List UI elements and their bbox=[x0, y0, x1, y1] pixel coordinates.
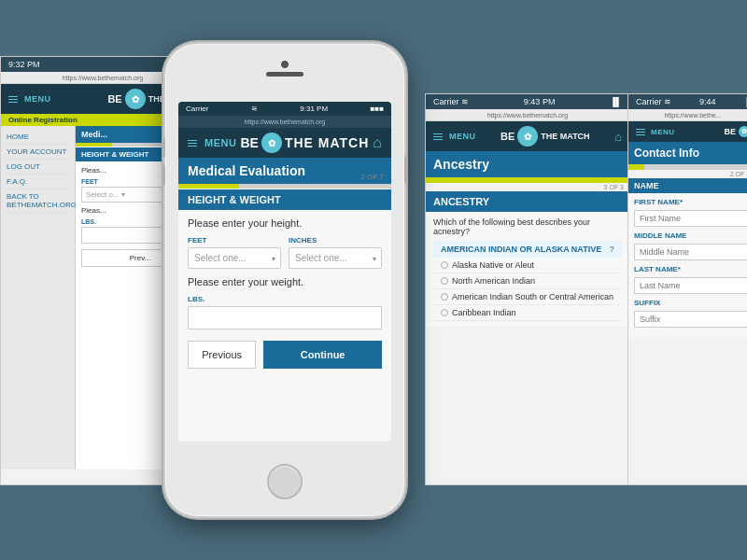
contact-form-area: FIRST NAME* MIDDLE NAME LAST NAME* SUFFI… bbox=[628, 193, 747, 337]
left-brand-logo: ✿ bbox=[125, 89, 146, 109]
phone-side-button bbox=[404, 156, 407, 184]
contact-suffix-input[interactable] bbox=[634, 311, 747, 328]
phone-continue-button[interactable]: Continue bbox=[263, 341, 382, 369]
ancestry-brand: BE ✿ THE MATCH bbox=[500, 126, 590, 147]
phone-lbs-group: LBS. bbox=[188, 295, 382, 329]
phone-inches-label: INCHES bbox=[289, 236, 382, 245]
ancestry-carrier: Carrier ≋ bbox=[433, 97, 469, 106]
phone-nav-bar: MENU BE ✿ THE MATCH ⌂ bbox=[178, 128, 391, 158]
phone-question-weight: Please enter your weight. bbox=[188, 276, 382, 287]
contact-brand: BE ✿ bbox=[724, 126, 747, 137]
phone-hamburger-icon[interactable] bbox=[188, 140, 197, 147]
ancestry-option-4[interactable]: Caribbean Indian bbox=[433, 305, 622, 321]
ancestry-radio-1[interactable] bbox=[441, 261, 448, 269]
ancestry-radio-2[interactable] bbox=[441, 277, 448, 285]
left-status-time: 9:32 PM bbox=[8, 60, 40, 69]
contact-battery: ▐ bbox=[744, 97, 747, 106]
contact-suffix-label: SUFFIX bbox=[634, 299, 747, 307]
phone-vol-down-button[interactable] bbox=[162, 165, 165, 186]
contact-first-input[interactable] bbox=[634, 210, 747, 227]
phone-menu-label[interactable]: MENU bbox=[204, 137, 236, 148]
phone-wifi-icon: ≋ bbox=[251, 105, 258, 113]
phone-brand: BE ✿ THE MATCH bbox=[240, 133, 369, 153]
contact-brand-logo: ✿ bbox=[739, 126, 747, 137]
left-nav-logout[interactable]: LOG OUT bbox=[7, 160, 69, 175]
phone-inches-select-wrapper: Select one... ▾ bbox=[289, 247, 382, 269]
ancestry-section-header: ANCESTRY bbox=[426, 191, 629, 212]
phone-feet-label: FEET bbox=[188, 236, 281, 245]
ancestry-battery: ▐▌ bbox=[610, 97, 622, 106]
contact-nav-bar: MENU BE ✿ bbox=[628, 121, 747, 142]
phone-height-fields: FEET Select one... ▾ INCHES Select one..… bbox=[188, 236, 382, 269]
contact-background-screen: Carrier ≋ 9:44 ▐ https://www.bethe... ME… bbox=[627, 93, 747, 485]
phone-feet-select[interactable]: Select one... bbox=[188, 247, 281, 269]
contact-first-label: FIRST NAME* bbox=[634, 198, 747, 206]
phone-status-bar: Carrier ≋ 9:31 PM ■■■ bbox=[178, 102, 391, 116]
ancestry-menu-label[interactable]: MENU bbox=[449, 132, 476, 141]
left-nav-faq[interactable]: F.A.Q. bbox=[7, 175, 69, 189]
ancestry-background-screen: Carrier ≋ 9:43 PM ▐▌ https://www.bethema… bbox=[425, 93, 630, 485]
contact-last-label: LAST NAME* bbox=[634, 265, 747, 273]
phone-time: 9:31 PM bbox=[300, 105, 328, 113]
phone-home-button[interactable] bbox=[267, 464, 303, 499]
phone-camera bbox=[281, 61, 289, 68]
contact-middle-label: MIDDLE NAME bbox=[634, 231, 747, 240]
phone-screen: Carrier ≋ 9:31 PM ■■■ https://www.bethem… bbox=[178, 102, 391, 441]
phone-feet-select-wrapper: Select one... ▾ bbox=[188, 247, 281, 269]
ancestry-radio-3[interactable] bbox=[441, 293, 448, 301]
phone-previous-button[interactable]: Previous bbox=[188, 341, 256, 369]
contact-menu-label[interactable]: MENU bbox=[651, 128, 675, 136]
phone-progress-bar: 2 OF 7 bbox=[178, 184, 391, 189]
left-nav-home[interactable]: HOME bbox=[7, 130, 69, 145]
phone-button-row: Previous Continue bbox=[188, 341, 382, 369]
phone-vol-up-button[interactable] bbox=[162, 137, 165, 158]
ancestry-page-header: Ancestry bbox=[426, 151, 629, 177]
contact-time: 9:44 bbox=[699, 97, 716, 106]
contact-hamburger-icon bbox=[636, 129, 645, 135]
ancestry-radio-4[interactable] bbox=[441, 309, 448, 316]
ancestry-question: Which of the following best describes yo… bbox=[433, 217, 622, 236]
phone-form-area: Please enter your height. FEET Select on… bbox=[178, 210, 391, 376]
phone-lbs-input[interactable] bbox=[188, 306, 382, 329]
contact-url-bar: https://www.bethe... bbox=[628, 109, 747, 121]
contact-carrier: Carrier ≋ bbox=[636, 97, 671, 106]
phone-inches-group: INCHES Select one... ▾ bbox=[289, 236, 382, 269]
phone-section-title: HEIGHT & WEIGHT bbox=[178, 189, 391, 210]
phone-menu-area[interactable]: MENU bbox=[188, 137, 236, 148]
phone-inches-select[interactable]: Select one... bbox=[289, 247, 382, 269]
ancestry-status-bar: Carrier ≋ 9:43 PM ▐▌ bbox=[426, 94, 629, 109]
phone-battery: ■■■ bbox=[370, 105, 384, 113]
contact-middle-input[interactable] bbox=[634, 244, 747, 260]
phone-question-height: Please enter your height. bbox=[188, 217, 382, 229]
ancestry-option-1[interactable]: Alaska Native or Aleut bbox=[433, 258, 622, 273]
ancestry-hamburger-icon bbox=[433, 133, 443, 140]
contact-status-bar: Carrier ≋ 9:44 ▐ bbox=[628, 94, 747, 109]
phone-url-bar: https://www.bethematch.org bbox=[178, 116, 391, 128]
phone-lbs-label: LBS. bbox=[188, 295, 382, 303]
phone-speaker bbox=[266, 72, 303, 77]
left-hamburger-icon bbox=[8, 96, 18, 103]
phone-device: Carrier ≋ 9:31 PM ■■■ https://www.bethem… bbox=[163, 42, 406, 518]
ancestry-option-2[interactable]: North American Indian bbox=[433, 273, 622, 289]
phone-progress-fill bbox=[178, 184, 239, 189]
phone-page-header: Medical Evaluation bbox=[178, 158, 391, 184]
phone-brand-logo: ✿ bbox=[261, 133, 282, 153]
contact-section-header: NAME bbox=[628, 178, 747, 193]
ancestry-url-bar: https://www.bethematch.org bbox=[426, 109, 629, 121]
left-nav-account[interactable]: YOUR ACCOUNT bbox=[7, 145, 69, 160]
ancestry-help-icon[interactable]: ? bbox=[610, 245, 615, 254]
phone-brand-match: THE MATCH bbox=[285, 135, 369, 150]
phone-brand-be: BE bbox=[240, 135, 258, 150]
phone-feet-group: FEET Select one... ▾ bbox=[188, 236, 281, 269]
left-menu-label[interactable]: MENU bbox=[24, 94, 51, 104]
left-nav-back[interactable]: BACK TO BETHEMATCH.ORG bbox=[7, 189, 69, 213]
ancestry-brand-logo: ✿ bbox=[517, 126, 538, 147]
ancestry-progress-label: 3 OF 3 bbox=[426, 183, 629, 191]
ancestry-question-area: Which of the following best describes yo… bbox=[426, 212, 629, 327]
contact-page-header: Contact Info bbox=[628, 142, 747, 164]
ancestry-home-icon[interactable]: ⌂ bbox=[614, 130, 622, 144]
contact-progress-label: 2 OF 16 bbox=[628, 170, 747, 178]
contact-last-input[interactable] bbox=[634, 277, 747, 294]
phone-home-icon[interactable]: ⌂ bbox=[373, 134, 382, 151]
ancestry-option-3[interactable]: American Indian South or Central America… bbox=[433, 289, 622, 305]
